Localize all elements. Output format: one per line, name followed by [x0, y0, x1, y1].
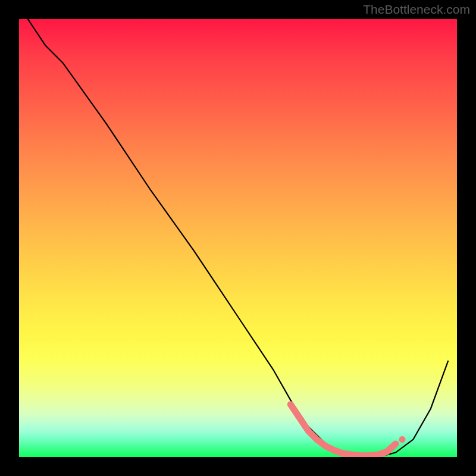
highlight-dots — [290, 405, 405, 456]
chart-curve-layer — [19, 19, 457, 457]
highlight-stroke — [290, 405, 396, 456]
watermark-text: TheBottleneck.com — [363, 2, 470, 17]
chart-plot-area — [19, 19, 457, 457]
main-curve — [28, 19, 449, 457]
highlight-end-dot — [399, 436, 406, 443]
